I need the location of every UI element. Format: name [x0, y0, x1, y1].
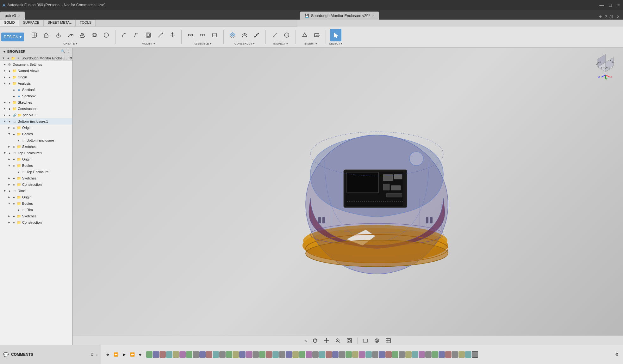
assemble-rigid-btn[interactable]: [209, 29, 220, 41]
tree-rim-construction[interactable]: ► ● 📁 Construction: [0, 219, 72, 226]
construct-through-points-btn[interactable]: [251, 29, 262, 41]
tree-te-body[interactable]: ● □ Top Enclosure: [0, 169, 72, 175]
section1-eye-icon[interactable]: ●: [11, 87, 16, 92]
timeline-item-18[interactable]: [259, 351, 265, 358]
timeline-item-20[interactable]: [272, 351, 279, 358]
tab-close-sourdough[interactable]: ✕: [372, 14, 374, 17]
construct-midplane-btn[interactable]: [239, 29, 250, 41]
timeline-item-41[interactable]: [412, 351, 418, 358]
tab-sourdough[interactable]: 💾 Sourdough Monitor Enclosure v29* ✕: [300, 11, 379, 20]
timeline-item-46[interactable]: [445, 351, 452, 358]
timeline-item-2[interactable]: [153, 351, 159, 358]
modify-fillet-btn[interactable]: [119, 29, 130, 41]
be-sketches-toggle[interactable]: ►: [7, 145, 11, 148]
te-construction-eye[interactable]: ●: [11, 182, 16, 187]
te-bodies-eye[interactable]: ●: [11, 163, 16, 168]
tree-top-enclosure[interactable]: ▼ ● □ Top Enclosure:1: [0, 150, 72, 156]
assemble-asbuilt-btn[interactable]: [197, 29, 208, 41]
tree-section1[interactable]: ● ■ Section1: [0, 87, 72, 93]
timeline-item-34[interactable]: [365, 351, 372, 358]
minimize-button[interactable]: —: [600, 3, 604, 8]
timeline-item-6[interactable]: [179, 351, 186, 358]
select-cursor-btn[interactable]: [330, 29, 341, 41]
pan-btn[interactable]: [322, 337, 331, 344]
rim-bodies-toggle[interactable]: ▼: [7, 202, 11, 205]
te-toggle[interactable]: ▼: [3, 151, 7, 155]
timeline-item-3[interactable]: [159, 351, 166, 358]
section2-eye-icon[interactable]: ●: [11, 94, 16, 99]
tree-document-settings[interactable]: ► ⚙ Document Settings: [0, 61, 72, 68]
rim-sketches-eye[interactable]: ●: [11, 214, 16, 219]
tree-analysis[interactable]: ▼ ● 📁 Analysis: [0, 80, 72, 87]
timeline-item-50[interactable]: [472, 351, 478, 358]
origin-eye-icon[interactable]: ●: [7, 75, 12, 80]
timeline-item-21[interactable]: [279, 351, 285, 358]
timeline-item-48[interactable]: [458, 351, 465, 358]
tree-construction-top[interactable]: ► ● 📁 Construction: [0, 106, 72, 112]
timeline-play-btn[interactable]: ▶: [120, 351, 128, 358]
tree-te-origin[interactable]: ► ● 📁 Origin: [0, 156, 72, 162]
tree-be-sketches[interactable]: ► ● 📁 Sketches: [0, 143, 72, 150]
tree-section2[interactable]: ● ■ Section2: [0, 93, 72, 99]
tree-be-body[interactable]: ● □ Bottom Enclosure: [0, 137, 72, 143]
zoom-btn[interactable]: [333, 337, 343, 344]
tab-pcb-v3[interactable]: pcb v3 ✕: [0, 11, 25, 20]
close-second-doc[interactable]: ✕: [617, 15, 620, 19]
home-view-btn[interactable]: ⌂: [303, 337, 309, 344]
timeline-item-39[interactable]: [399, 351, 405, 358]
sidebar-settings-icon[interactable]: ⋮: [66, 49, 70, 53]
rim-origin-toggle[interactable]: ►: [7, 196, 11, 199]
tree-rim-body[interactable]: ● □ Rim: [0, 207, 72, 213]
timeline-item-43[interactable]: [425, 351, 432, 358]
tree-rim-origin[interactable]: ► ● 📁 Origin: [0, 194, 72, 200]
question-button[interactable]: ?: [604, 14, 607, 19]
tree-sketches-top[interactable]: ► ● 📁 Sketches: [0, 99, 72, 106]
tree-bottom-enclosure[interactable]: ▼ ● □ Bottom Enclosure:1: [0, 118, 72, 124]
create-combine-btn[interactable]: [89, 29, 100, 41]
timeline-item-9[interactable]: [199, 351, 206, 358]
create-revolve-btn[interactable]: [53, 29, 64, 41]
timeline-end-btn[interactable]: ⏭: [137, 351, 144, 358]
modify-scale-btn[interactable]: [155, 29, 166, 41]
te-origin-eye[interactable]: ●: [11, 157, 16, 162]
be-origin-toggle[interactable]: ►: [7, 126, 11, 129]
timeline-item-26[interactable]: [312, 351, 319, 358]
assemble-joint-btn[interactable]: [185, 29, 196, 41]
rim-construction-eye[interactable]: ●: [11, 220, 16, 225]
create-loft-btn[interactable]: [77, 29, 88, 41]
te-sketches-toggle[interactable]: ►: [7, 177, 11, 180]
tree-rim-bodies[interactable]: ▼ ● 📁 Bodies: [0, 200, 72, 207]
timeline-item-12[interactable]: [219, 351, 226, 358]
sketches-top-eye[interactable]: ●: [7, 100, 12, 105]
timeline-item-29[interactable]: [332, 351, 339, 358]
rim-sketches-toggle[interactable]: ►: [7, 215, 11, 218]
named-views-toggle[interactable]: ►: [3, 69, 7, 72]
add-doc-button[interactable]: +: [599, 14, 602, 20]
create-extrude-btn[interactable]: [40, 29, 52, 41]
timeline-item-28[interactable]: [326, 351, 332, 358]
timeline-next-btn[interactable]: ⏩: [128, 351, 136, 358]
te-sketches-eye[interactable]: ●: [11, 176, 16, 181]
timeline-item-17[interactable]: [252, 351, 259, 358]
origin-toggle[interactable]: ►: [3, 76, 7, 79]
timeline-item-49[interactable]: [465, 351, 471, 358]
pcb-eye[interactable]: ●: [7, 112, 12, 118]
tab-surface[interactable]: SURFACE: [19, 20, 44, 26]
zoom-fit-btn[interactable]: [345, 337, 354, 344]
tree-named-views[interactable]: ► ● 📁 Named Views: [0, 68, 72, 74]
be-toggle[interactable]: ▼: [3, 120, 7, 123]
timeline-prev-btn[interactable]: ⏪: [112, 351, 120, 358]
timeline-item-5[interactable]: [173, 351, 179, 358]
insert-mesh-btn[interactable]: [299, 29, 310, 41]
design-dropdown[interactable]: DESIGN ▾: [1, 33, 24, 41]
timeline-item-23[interactable]: [292, 351, 299, 358]
comments-settings-icon[interactable]: ⚙: [90, 353, 94, 357]
timeline-item-30[interactable]: [339, 351, 345, 358]
tab-close-pcb[interactable]: ✕: [18, 14, 20, 17]
tab-sheet-metal[interactable]: SHEET METAL: [44, 20, 76, 26]
inspect-measure-btn[interactable]: [269, 29, 280, 41]
tree-origin[interactable]: ► ● 📁 Origin: [0, 74, 72, 80]
timeline-item-35[interactable]: [372, 351, 378, 358]
timeline-settings-btn[interactable]: ⚙: [613, 351, 620, 358]
timeline-item-14[interactable]: [233, 351, 239, 358]
